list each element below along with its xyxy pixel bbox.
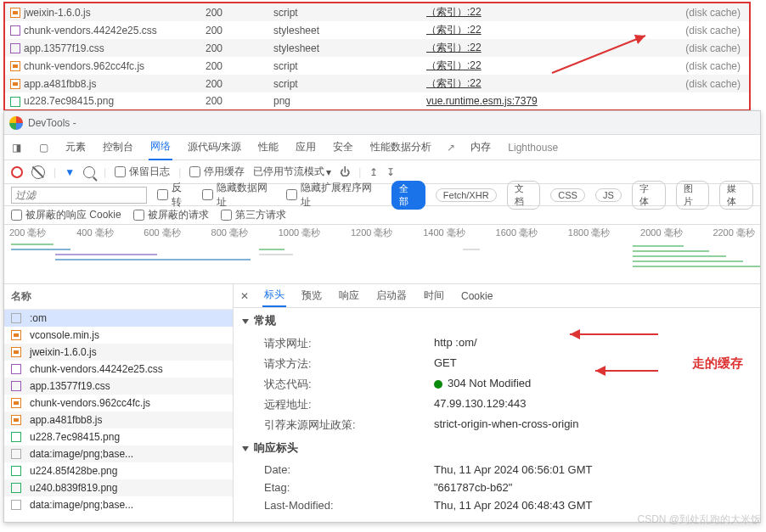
list-item[interactable]: chunk-vendors.962cc4fc.js xyxy=(4,395,233,412)
tab-security[interactable]: 安全 xyxy=(331,135,355,160)
table-row[interactable]: app.a481fbb8.js200script（索引）:22(disk cac… xyxy=(5,75,749,92)
tab-memory[interactable]: 内存 xyxy=(469,135,493,160)
section-general[interactable]: 常规 xyxy=(234,308,760,333)
status-dot-icon xyxy=(434,380,442,389)
label-method: 请求方法: xyxy=(264,356,434,372)
waterfall-overview[interactable]: 200 毫秒400 毫秒600 毫秒800 毫秒1000 毫秒1200 毫秒14… xyxy=(4,225,760,284)
close-icon[interactable]: ✕ xyxy=(240,290,249,302)
label-remote: 远程地址: xyxy=(264,397,434,412)
invert-checkbox[interactable]: 反转 xyxy=(157,181,192,210)
tab-network[interactable]: 网络 xyxy=(149,134,172,160)
value-remote: 47.99.130.129:443 xyxy=(434,397,752,412)
dtab-timing[interactable]: 时间 xyxy=(422,285,446,306)
file-icon xyxy=(10,97,20,107)
filter-icon[interactable]: ▼ xyxy=(65,166,75,178)
window-title: DevTools - xyxy=(28,117,76,129)
pill-fetch[interactable]: Fetch/XHR xyxy=(436,188,497,202)
tab-sources[interactable]: 源代码/来源 xyxy=(186,135,243,160)
table-row[interactable]: app.13577f19.css200stylesheet（索引）:22(dis… xyxy=(5,39,749,57)
value-status: 304 Not Modified xyxy=(434,377,752,392)
dtab-cookies[interactable]: Cookie xyxy=(459,287,494,305)
section-response-headers[interactable]: 响应标头 xyxy=(234,435,760,461)
pill-font[interactable]: 字体 xyxy=(632,181,666,210)
value-method: GET xyxy=(434,356,752,372)
file-icon xyxy=(11,330,21,340)
tab-application[interactable]: 应用 xyxy=(294,135,318,160)
file-icon xyxy=(11,415,21,425)
clear-icon[interactable] xyxy=(31,165,45,179)
third-party-checkbox[interactable]: 第三方请求 xyxy=(221,208,286,222)
tick-label: 1600 毫秒 xyxy=(496,227,538,239)
tab-lighthouse[interactable]: Lighthouse xyxy=(506,137,560,159)
pill-media[interactable]: 媒体 xyxy=(719,181,753,210)
hide-ext-checkbox[interactable]: 隐藏扩展程序网址 xyxy=(286,181,381,210)
tab-perfinsights[interactable]: 性能数据分析 xyxy=(369,135,433,160)
list-item[interactable]: vconsole.min.js xyxy=(4,327,233,344)
disable-cache-checkbox[interactable]: 停用缓存 xyxy=(189,165,245,179)
list-item[interactable]: u228.7ec98415.png xyxy=(4,428,233,445)
filter-bar: 反转 隐藏数据网址 隐藏扩展程序网址 全部 Fetch/XHR 文档 CSS J… xyxy=(4,184,760,206)
wifi-icon[interactable]: ⏻ xyxy=(340,166,350,178)
pill-css[interactable]: CSS xyxy=(550,188,585,202)
dtab-headers[interactable]: 标头 xyxy=(262,284,286,307)
expand-icon[interactable]: ↗ xyxy=(447,142,455,154)
table-row[interactable]: chunk-vendors.962cc4fc.js200script（索引）:2… xyxy=(5,57,749,75)
list-item[interactable]: u240.b839f819.png xyxy=(4,479,233,496)
table-row[interactable]: chunk-vendors.44242e25.css200stylesheet（… xyxy=(5,21,749,39)
name-column-header[interactable]: 名称 xyxy=(4,284,233,310)
blocked-resp-checkbox[interactable]: 被屏蔽的响应 Cookie xyxy=(11,208,121,222)
blocked-req-checkbox[interactable]: 被屏蔽的请求 xyxy=(133,208,209,222)
hide-data-checkbox[interactable]: 隐藏数据网址 xyxy=(202,181,277,210)
inspect-icon[interactable]: ◨ xyxy=(9,141,23,154)
dtab-response[interactable]: 响应 xyxy=(337,285,361,306)
filter-input[interactable] xyxy=(11,187,147,204)
pill-doc[interactable]: 文档 xyxy=(507,181,541,210)
file-icon xyxy=(10,79,20,89)
record-icon[interactable] xyxy=(11,166,23,178)
file-icon xyxy=(11,364,21,374)
value-url: http :om/ xyxy=(434,336,752,351)
list-item[interactable]: data:image/png;base... xyxy=(4,445,233,462)
tick-label: 600 毫秒 xyxy=(144,227,180,239)
list-item[interactable]: :om xyxy=(4,310,233,327)
tab-console[interactable]: 控制台 xyxy=(101,135,135,160)
pill-img[interactable]: 图片 xyxy=(676,181,710,210)
top-network-table: jweixin-1.6.0.js200script（索引）:22(disk ca… xyxy=(3,2,751,111)
label-date: Date: xyxy=(264,463,434,476)
request-name: :om xyxy=(30,312,47,324)
request-name: u240.b839f819.png xyxy=(30,482,117,494)
list-item[interactable]: chunk-vendors.44242e25.css xyxy=(4,361,233,378)
throttle-select[interactable]: 已停用节流模式 ▾ xyxy=(253,165,331,179)
tab-performance[interactable]: 性能 xyxy=(256,135,280,160)
request-name: u228.7ec98415.png xyxy=(30,431,120,443)
download-icon[interactable]: ↧ xyxy=(386,166,395,178)
tab-elements[interactable]: 元素 xyxy=(64,135,87,160)
search-icon[interactable] xyxy=(83,166,95,178)
device-icon[interactable]: ▢ xyxy=(37,141,50,154)
pill-js[interactable]: JS xyxy=(595,188,622,202)
table-row[interactable]: jweixin-1.6.0.js200script（索引）:22(disk ca… xyxy=(5,3,749,21)
list-item[interactable]: app.a481fbb8.js xyxy=(4,412,233,428)
dtab-initiator[interactable]: 启动器 xyxy=(375,285,408,306)
upload-icon[interactable]: ↥ xyxy=(369,166,378,178)
file-icon xyxy=(11,313,21,323)
value-refpol: strict-origin-when-cross-origin xyxy=(434,417,752,433)
preserve-log-checkbox[interactable]: 保留日志 xyxy=(115,165,170,179)
list-item[interactable]: u224.85f428be.png xyxy=(4,462,233,479)
list-item[interactable]: app.13577f19.css xyxy=(4,378,233,395)
table-row[interactable]: u228.7ec98415.png200pngvue.runtime.esm.j… xyxy=(5,92,749,109)
tick-label: 1000 毫秒 xyxy=(279,227,321,239)
dtab-preview[interactable]: 预览 xyxy=(300,285,324,306)
value-lastmod: Thu, 11 Apr 2024 06:48:43 GMT xyxy=(434,499,752,512)
list-item[interactable]: jweixin-1.6.0.js xyxy=(4,344,233,361)
chevron-down-icon xyxy=(242,446,249,451)
detail-tabs: ✕ 标头 预览 响应 启动器 时间 Cookie xyxy=(234,284,760,308)
tick-label: 2200 毫秒 xyxy=(712,227,755,239)
tick-label: 1200 毫秒 xyxy=(351,227,393,239)
pill-all[interactable]: 全部 xyxy=(391,181,425,210)
watermark: CSDN @到处乱跑的大米饭 xyxy=(637,512,761,527)
label-etag: Etag: xyxy=(264,481,434,494)
file-icon xyxy=(11,432,21,442)
value-etag: "661787cb-b62" xyxy=(434,481,752,494)
list-item[interactable]: data:image/png;base... xyxy=(4,496,233,513)
